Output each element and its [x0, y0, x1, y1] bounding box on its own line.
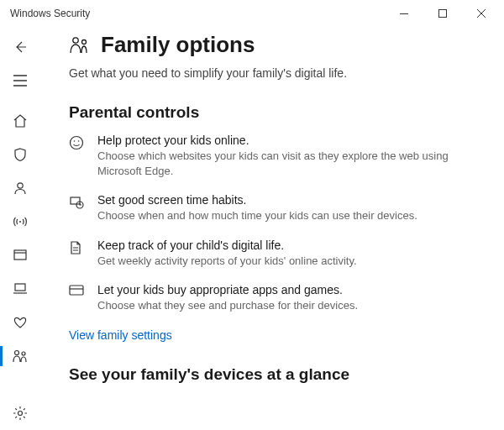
- svg-point-10: [82, 39, 87, 44]
- svg-rect-16: [70, 286, 83, 295]
- person-icon: [13, 181, 28, 196]
- svg-point-6: [15, 351, 19, 355]
- arrow-left-icon: [13, 40, 27, 54]
- app-window-icon: [13, 248, 28, 263]
- feature-desc: Choose what they see and purchase for th…: [97, 298, 358, 313]
- sidebar-item-family[interactable]: [0, 339, 40, 373]
- feature-desc: Choose which websites your kids can visi…: [97, 149, 480, 178]
- sidebar-item-account[interactable]: [0, 171, 40, 205]
- shield-icon: [13, 147, 28, 162]
- feature-screen-time: Set good screen time habits. Choose when…: [69, 193, 480, 223]
- feature-protect-online: Help protect your kids online. Choose wh…: [69, 134, 480, 178]
- sidebar-item-home[interactable]: [0, 104, 40, 138]
- sidebar-item-virus[interactable]: [0, 138, 40, 171]
- svg-point-9: [73, 37, 78, 42]
- window-title: Windows Security: [10, 8, 385, 19]
- feature-title: Help protect your kids online.: [97, 134, 480, 147]
- close-icon: [477, 9, 486, 18]
- sidebar: [0, 27, 40, 430]
- svg-rect-14: [71, 197, 80, 204]
- feature-desc: Get weekly activity reports of your kids…: [97, 254, 357, 269]
- feature-activity: Keep track of your child's digital life.…: [69, 239, 480, 269]
- feature-purchases: Let your kids buy appropriate apps and g…: [69, 283, 480, 313]
- main-content: Family options Get what you need to simp…: [40, 27, 504, 430]
- section-parental-heading: Parental controls: [69, 103, 480, 122]
- svg-rect-1: [439, 10, 447, 18]
- titlebar: Windows Security: [0, 0, 504, 27]
- page-header: Family options: [69, 32, 480, 58]
- screen-time-icon: [69, 193, 86, 223]
- menu-button[interactable]: [0, 64, 40, 97]
- broadcast-icon: [12, 215, 29, 228]
- page-title: Family options: [101, 32, 255, 58]
- sidebar-item-firewall[interactable]: [0, 205, 40, 239]
- maximize-icon: [438, 9, 447, 18]
- view-family-settings-link[interactable]: View family settings: [69, 328, 480, 342]
- hamburger-icon: [13, 75, 27, 87]
- svg-point-2: [18, 183, 23, 188]
- card-icon: [69, 283, 86, 313]
- sidebar-item-settings[interactable]: [0, 396, 40, 430]
- home-icon: [13, 113, 28, 128]
- svg-point-12: [74, 140, 76, 142]
- feature-title: Keep track of your child's digital life.: [97, 239, 357, 252]
- svg-point-11: [71, 137, 83, 149]
- close-button[interactable]: [462, 0, 501, 27]
- maximize-button[interactable]: [423, 0, 462, 27]
- section-devices-heading: See your family's devices at a glance: [69, 365, 480, 384]
- minimize-button[interactable]: [385, 0, 423, 27]
- sidebar-item-app-browser[interactable]: [0, 239, 40, 272]
- family-header-icon: [69, 35, 91, 55]
- svg-point-13: [78, 140, 80, 142]
- sidebar-item-device-performance[interactable]: [0, 306, 40, 339]
- smile-icon: [69, 134, 86, 178]
- feature-title: Let your kids buy appropriate apps and g…: [97, 283, 358, 296]
- heart-icon: [13, 316, 28, 329]
- window-controls: [385, 0, 501, 27]
- page-subtitle: Get what you need to simplify your famil…: [69, 66, 480, 80]
- svg-point-8: [18, 412, 23, 416]
- gear-icon: [13, 406, 28, 421]
- svg-rect-0: [400, 13, 408, 14]
- report-icon: [69, 239, 86, 269]
- laptop-icon: [12, 282, 29, 296]
- svg-rect-5: [15, 284, 25, 291]
- feature-desc: Choose when and how much time your kids …: [97, 208, 417, 223]
- feature-title: Set good screen time habits.: [97, 193, 417, 207]
- back-button[interactable]: [0, 30, 40, 64]
- minimize-icon: [400, 13, 408, 14]
- svg-rect-4: [14, 250, 26, 260]
- sidebar-item-device-security[interactable]: [0, 272, 40, 306]
- svg-point-7: [22, 352, 25, 355]
- family-icon: [12, 349, 29, 364]
- svg-point-3: [19, 221, 21, 223]
